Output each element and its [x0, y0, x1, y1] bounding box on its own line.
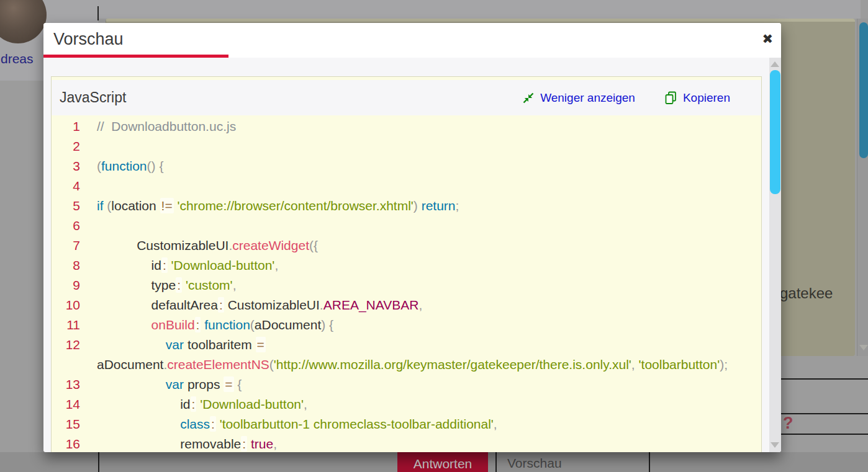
line-number: 5 — [60, 196, 80, 216]
help-question-mark: ? — [783, 414, 793, 433]
quoted-code-fragment: gatekee — [780, 285, 833, 302]
preview-tab[interactable]: Vorschau — [507, 456, 562, 471]
code-line: 2 — [60, 136, 755, 156]
line-number: 15 — [60, 414, 80, 434]
post-border — [97, 6, 99, 20]
line-number: 6 — [60, 216, 80, 236]
divider — [495, 452, 497, 472]
line-number: 7 — [60, 236, 80, 256]
preview-dialog: Vorschau ✖ JavaScript — [43, 23, 781, 452]
line-number: 4 — [60, 176, 80, 196]
line-number: 2 — [60, 136, 80, 156]
dialog-scrollbar[interactable] — [769, 58, 781, 452]
divider — [98, 452, 99, 472]
page-scrollbar[interactable] — [857, 19, 868, 356]
page-top-strip — [0, 0, 861, 19]
codebox-actions: Weniger anzeigen Kopieren — [522, 91, 761, 105]
collapse-button[interactable]: Weniger anzeigen — [522, 91, 635, 105]
line-number: 12 — [60, 335, 80, 375]
line-number: 10 — [60, 295, 80, 315]
username-link[interactable]: dreas — [1, 51, 34, 66]
line-number: 8 — [60, 256, 80, 275]
codebox-header: JavaScript — [52, 80, 761, 115]
code-line: 9 type: 'custom', — [60, 275, 755, 295]
code-line: 1// Downloadbutton.uc.js — [60, 117, 755, 136]
dialog-body: JavaScript — [43, 58, 781, 452]
dialog-header: Vorschau ✖ — [43, 23, 781, 58]
collapse-button-label: Weniger anzeigen — [540, 91, 635, 105]
post-form-bottom-bar: Antworten Vorschau — [0, 452, 868, 472]
copy-icon — [664, 91, 677, 105]
code-line: 8 id: 'Download-button', — [60, 256, 755, 275]
copy-button-label: Kopieren — [683, 91, 730, 105]
code-line: 3(function() { — [60, 156, 755, 176]
page-scrollbar-thumb[interactable] — [859, 22, 868, 158]
code-line: 5if (location != 'chrome://browser/conte… — [60, 196, 755, 216]
scroll-up-icon[interactable] — [771, 61, 779, 67]
line-number: 16 — [60, 434, 80, 452]
code-line: 16 removable: true, — [60, 434, 755, 452]
dialog-scrollbar-thumb[interactable] — [770, 70, 780, 194]
copy-button[interactable]: Kopieren — [664, 91, 730, 105]
divider — [649, 452, 650, 472]
collapse-arrows-icon — [522, 92, 535, 104]
line-number: 14 — [60, 394, 80, 414]
code-language-label: JavaScript — [52, 89, 126, 106]
line-number: 1 — [60, 117, 80, 136]
reply-button[interactable]: Antworten — [397, 452, 488, 472]
scroll-down-icon[interactable] — [771, 442, 779, 448]
code-line: 12 var toolbaritem = aDocument.createEle… — [60, 335, 755, 375]
code-preview-box: JavaScript — [51, 76, 762, 452]
line-number: 11 — [60, 315, 80, 335]
dialog-title: Vorschau — [53, 30, 124, 49]
scroll-down-icon[interactable] — [859, 345, 868, 350]
code-line: 11 onBuild: function(aDocument) { — [60, 315, 755, 335]
line-number: 3 — [60, 156, 80, 176]
code-line: 15 class: 'toolbarbutton-1 chromeclass-t… — [60, 414, 755, 434]
code-lines: 1// Downloadbutton.uc.js23(function() {4… — [52, 115, 761, 452]
code-line: 10 defaultArea: CustomizableUI.AREA_NAVB… — [60, 295, 755, 315]
line-number: 13 — [60, 375, 80, 394]
code-line: 6 — [60, 216, 755, 236]
code-line: 7 CustomizableUI.createWidget({ — [60, 236, 755, 256]
code-line: 14 id: 'Download-button', — [60, 394, 755, 414]
code-line: 4 — [60, 176, 755, 196]
close-icon[interactable]: ✖ — [762, 32, 773, 47]
line-number: 9 — [60, 275, 80, 295]
code-line: 13 var props = { — [60, 375, 755, 394]
